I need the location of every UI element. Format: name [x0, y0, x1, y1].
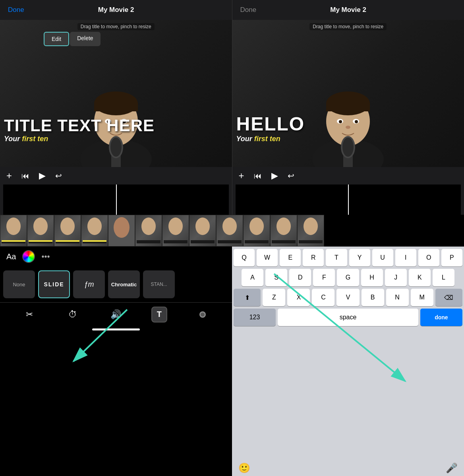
right-timeline-track	[236, 185, 461, 215]
left-playhead	[116, 185, 117, 215]
key-q[interactable]: Q	[234, 249, 255, 266]
key-y[interactable]: Y	[349, 249, 370, 266]
svg-rect-48	[245, 240, 269, 243]
key-b[interactable]: B	[362, 289, 384, 306]
right-video-preview: Drag title to move, pinch to resize HELL…	[232, 20, 464, 167]
svg-rect-17	[326, 103, 370, 111]
svg-point-39	[141, 218, 156, 235]
style-none[interactable]: None	[3, 270, 35, 298]
key-r[interactable]: R	[303, 249, 324, 266]
left-done-button[interactable]: Done	[8, 6, 24, 14]
home-indicator	[92, 328, 140, 330]
text-size-button[interactable]: Aa	[6, 252, 16, 261]
svg-point-26	[6, 218, 21, 235]
key-h[interactable]: H	[361, 269, 383, 286]
svg-point-51	[304, 218, 318, 235]
style-options-row: None SLIDE ƒm Chromatic STAN...	[0, 266, 232, 302]
key-m[interactable]: M	[411, 289, 433, 306]
key-d[interactable]: D	[289, 269, 311, 286]
right-rewind-button[interactable]: ⏮	[254, 171, 262, 181]
shift-key[interactable]: ⬆	[234, 289, 261, 306]
svg-point-54	[201, 313, 205, 317]
emoji-button[interactable]: 🙂	[238, 462, 250, 474]
text-tool[interactable]: T	[151, 307, 167, 323]
right-play-button[interactable]: ▶	[271, 171, 278, 181]
right-subtitle-text: Your	[236, 135, 254, 143]
key-o[interactable]: O	[418, 249, 439, 266]
svg-point-29	[33, 218, 48, 235]
key-f[interactable]: F	[313, 269, 335, 286]
right-panel-header: Done My Movie 2	[232, 0, 464, 20]
key-i[interactable]: I	[395, 249, 416, 266]
key-n[interactable]: N	[386, 289, 409, 306]
more-tool-icon	[199, 311, 207, 319]
edit-button[interactable]: Edit	[44, 32, 69, 46]
left-panel-header: Done My Movie 2	[0, 0, 232, 20]
left-video-panel: Done My Movie 2	[0, 0, 232, 167]
key-j[interactable]: J	[385, 269, 407, 286]
key-w[interactable]: W	[257, 249, 278, 266]
key-v[interactable]: V	[336, 289, 359, 306]
microphone-button[interactable]: 🎤	[446, 462, 458, 474]
more-options-button[interactable]: •••	[41, 252, 50, 261]
volume-tool[interactable]: 🔊	[108, 307, 124, 323]
left-timeline-controls: + ⏮ ▶ ↩	[0, 167, 232, 185]
left-add-button[interactable]: +	[6, 170, 12, 181]
svg-rect-28	[2, 240, 25, 242]
key-x[interactable]: X	[287, 289, 310, 306]
bottom-area: Aa ••• None SLIDE ƒm Chromatic STAN..	[0, 247, 464, 476]
film-frame	[108, 215, 135, 247]
svg-rect-50	[272, 240, 296, 243]
left-subtitle: Your first ten	[4, 135, 232, 143]
film-frame	[189, 215, 216, 247]
space-key[interactable]: space	[278, 309, 418, 326]
color-picker-button[interactable]	[22, 250, 35, 263]
key-t[interactable]: T	[326, 249, 347, 266]
left-title-overlay: TITLE TEXT HERE Your first ten	[0, 117, 232, 143]
keyboard-row-2: A S D F G H J K L	[234, 269, 462, 286]
film-frame	[0, 215, 27, 247]
right-drag-hint: Drag title to move, pinch to resize	[309, 23, 387, 30]
more-tool[interactable]	[195, 307, 211, 323]
svg-point-38	[114, 217, 130, 238]
left-timeline-panel: + ⏮ ▶ ↩	[0, 167, 232, 215]
left-panel-title: My Movie 2	[98, 6, 134, 14]
left-rewind-button[interactable]: ⏮	[21, 171, 29, 181]
done-key[interactable]: done	[420, 309, 462, 326]
left-title-text: TITLE TEXT HERE	[4, 117, 232, 135]
speed-tool[interactable]: ⏱	[65, 307, 81, 323]
key-s[interactable]: S	[265, 269, 287, 286]
style-script[interactable]: ƒm	[73, 270, 105, 298]
key-p[interactable]: P	[441, 249, 462, 266]
keyboard: Q W E R T Y U I O P A S D F G	[232, 247, 464, 460]
key-l[interactable]: L	[433, 269, 454, 286]
style-chromatic[interactable]: Chromatic	[108, 270, 140, 298]
filmstrip-right	[135, 215, 324, 247]
key-a[interactable]: A	[242, 269, 263, 286]
left-video-content	[0, 20, 232, 167]
numbers-key[interactable]: 123	[234, 309, 276, 326]
svg-rect-34	[56, 240, 79, 242]
key-c[interactable]: C	[312, 289, 334, 306]
right-undo-button[interactable]: ↩	[288, 171, 294, 181]
style-slide[interactable]: SLIDE	[38, 270, 70, 298]
key-u[interactable]: U	[372, 249, 393, 266]
right-add-button[interactable]: +	[239, 170, 244, 181]
delete-button[interactable]: Delete	[70, 32, 100, 46]
key-e[interactable]: E	[280, 249, 301, 266]
left-drag-hint: Drag title to move, pinch to resize	[77, 23, 155, 30]
left-play-button[interactable]: ▶	[39, 171, 46, 181]
key-z[interactable]: Z	[263, 289, 285, 306]
right-timeline-panel: + ⏮ ▶ ↩	[232, 167, 464, 215]
right-done-button[interactable]: Done	[240, 6, 257, 14]
scissors-tool[interactable]: ✂	[21, 307, 37, 323]
key-k[interactable]: K	[409, 269, 431, 286]
left-undo-button[interactable]: ↩	[55, 171, 62, 181]
film-frame	[216, 215, 243, 247]
backspace-key[interactable]: ⌫	[435, 289, 462, 306]
svg-point-45	[222, 218, 237, 235]
key-g[interactable]: G	[337, 269, 359, 286]
svg-rect-4	[94, 103, 138, 111]
style-standard[interactable]: STAN...	[143, 270, 175, 298]
emoji-row: 🙂 🎤	[232, 460, 464, 476]
